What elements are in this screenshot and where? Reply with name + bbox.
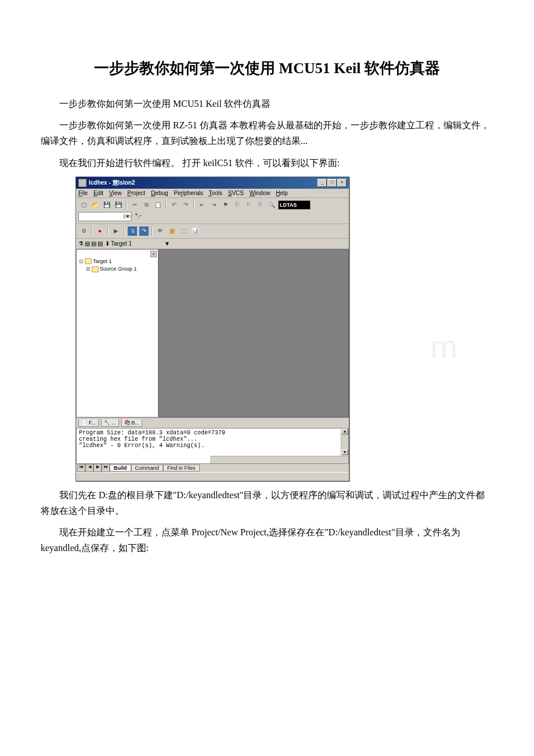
menu-peripherals[interactable]: Peripherals [174,190,203,196]
toolbar-main: ▢ 📂 💾 💾 ✂ ⧉ 📋 ↶ ↷ ⇤ ⇥ ⚑ ⚐ ⚐ ⚐ 🔍 LDTAS [76,198,349,224]
translate-icon[interactable]: ⚗ [78,240,84,247]
bookmark-next-icon[interactable]: ⚐ [243,200,254,210]
memory-icon[interactable]: ▦ [167,226,177,236]
target-combo[interactable]: Target 1 [111,240,163,247]
watermark: m [430,327,459,365]
run-icon[interactable]: ▶ [111,226,121,236]
save-all-icon[interactable]: 💾 [113,200,124,210]
menubar: File Edit View Project Debug Peripherals… [76,189,349,198]
window-titlebar: lcdhex - 慧ision2 _ □ × [76,177,349,189]
undo-icon[interactable]: ↶ [169,200,179,210]
separator [151,226,153,236]
tab-nav-prev[interactable]: ◀ [85,464,93,472]
keil-window: lcdhex - 慧ision2 _ □ × File Edit View Pr… [75,177,349,481]
panel-close-icon[interactable]: × [150,251,157,257]
download-icon[interactable]: ⬇ [105,240,110,247]
output-tabs: ⏮ ◀ ▶ ⏭ Build Command Find in Files [76,464,349,472]
find-text[interactable]: LDTAS [278,200,311,210]
separator [107,226,109,236]
statusbar [76,472,349,481]
cut-icon[interactable]: ✂ [129,200,140,210]
project-tree[interactable]: Target 1 Source Group 1 [77,250,158,276]
paragraph-5: 现在开始建立一个工程，点菜单 Project/New Project,选择保存在… [41,524,493,556]
output-panel: Program Size: data=188.3 xdata=0 code=73… [76,428,349,464]
analyze-icon[interactable]: 📊 [190,226,200,236]
find-icon[interactable]: 🔍 [266,200,277,210]
window-title: lcdhex - 慧ision2 [89,179,317,187]
menu-file[interactable]: File [78,190,88,196]
toolbar-debug: ⚙ ● ▶ ↴ ↷ 👁 ▦ ⬚ 📊 [76,224,349,239]
menu-svcs[interactable]: SVCS [228,190,244,196]
maximize-button[interactable]: □ [327,179,337,187]
minimize-button[interactable]: _ [317,179,327,187]
find-combo[interactable]: ▼ [78,212,132,221]
output-tab-find[interactable]: Find in Files [163,465,200,471]
step-over-icon[interactable]: ↷ [139,226,149,236]
menu-debug[interactable]: Debug [151,190,168,196]
output-tab-build[interactable]: Build [110,465,131,471]
output-line: Program Size: data=188.3 xdata=0 code=73… [79,430,346,436]
redo-icon[interactable]: ↷ [181,200,191,210]
scrollbar-vertical[interactable] [341,429,348,455]
project-tabs: 📄 F... 🔧 ... 📚 B... [76,417,349,428]
folder-icon [85,258,92,264]
breakpoint-icon[interactable]: ● [95,226,105,236]
tree-source-group[interactable]: Source Group 1 [86,265,156,273]
tab-nav-first[interactable]: ⏮ [77,464,85,472]
editor-area [158,249,349,417]
paste-icon[interactable]: 📋 [153,200,163,210]
separator [91,226,92,236]
tab-regs[interactable]: 🔧 ... [101,419,119,427]
bookmark-clear-icon[interactable]: ⚐ [255,200,265,210]
separator [126,200,127,210]
tab-books[interactable]: 📚 B... [121,419,143,427]
toolbar-build: ⚗ ▤ ▤ ▤ ⬇ Target 1 ▼ [76,239,349,249]
new-file-icon[interactable]: ▢ [78,200,89,210]
outdent-icon[interactable]: ⇥ [208,200,219,210]
watch-icon[interactable]: 👁 [155,226,165,236]
build-icon[interactable]: ▤ [85,240,90,247]
menu-project[interactable]: Project [127,190,145,196]
menu-view[interactable]: View [109,190,122,196]
build-target-icon[interactable]: ▤ [98,240,103,247]
bookmark-icon[interactable]: ⚑ [220,200,230,210]
rebuild-icon[interactable]: ▤ [91,240,96,247]
separator [124,226,125,236]
menu-window[interactable]: Window [250,190,270,196]
menu-tools[interactable]: Tools [209,190,222,196]
copy-icon[interactable]: ⧉ [141,200,151,210]
app-icon [78,179,86,187]
output-line: creating hex file from "lcdhex"... [79,436,346,442]
debug-icon[interactable]: ⚙ [78,226,89,236]
paragraph-1: 一步步教你如何第一次使用 MCU51 Keil 软件仿真器 [41,96,493,111]
serial-icon[interactable]: ⬚ [178,226,189,236]
scrollbar-horizontal[interactable] [210,456,348,463]
project-panel: × Target 1 Source Group 1 [76,249,158,417]
menu-help[interactable]: Help [276,190,288,196]
close-button[interactable]: × [337,179,347,187]
binoculars-icon[interactable]: 🔭 [133,211,143,222]
main-body: × Target 1 Source Group 1 [76,249,349,417]
paragraph-4: 我们先在 D:盘的根目录下建"D:/keyandledtest"目录，以方便程序… [41,487,493,519]
step-icon[interactable]: ↴ [127,226,138,236]
target-combo-arrow[interactable]: ▼ [164,240,174,247]
tab-files[interactable]: 📄 F... [78,419,99,427]
paragraph-2: 一步步教你如何第一次使用 RZ-51 仿真器 本教程将会从最基础的开始，一步步教… [41,117,493,149]
doc-title: 一步步教你如何第一次使用 MCU51 Keil 软件仿真器 [41,58,493,78]
tab-nav-next[interactable]: ▶ [93,464,102,472]
separator [193,200,194,210]
paragraph-3: 现在我们开始进行软件编程。 打开 keilC51 软件，可以看到以下界面: [41,155,493,171]
keil-screenshot: m lcdhex - 慧ision2 _ □ × File Edit View … [75,177,493,481]
menu-edit[interactable]: Edit [93,190,103,196]
indent-icon[interactable]: ⇤ [197,200,207,210]
tree-target[interactable]: Target 1 [79,258,156,266]
bookmark-prev-icon[interactable]: ⚐ [232,200,242,210]
save-icon[interactable]: 💾 [102,200,112,210]
open-file-icon[interactable]: 📂 [90,200,100,210]
output-line: "lcdhex" - 0 Error(s), 4 Warning(s). [79,442,346,449]
separator [165,200,167,210]
tab-nav-last[interactable]: ⏭ [102,464,110,472]
folder-icon [92,267,99,272]
output-tab-command[interactable]: Command [131,465,164,471]
